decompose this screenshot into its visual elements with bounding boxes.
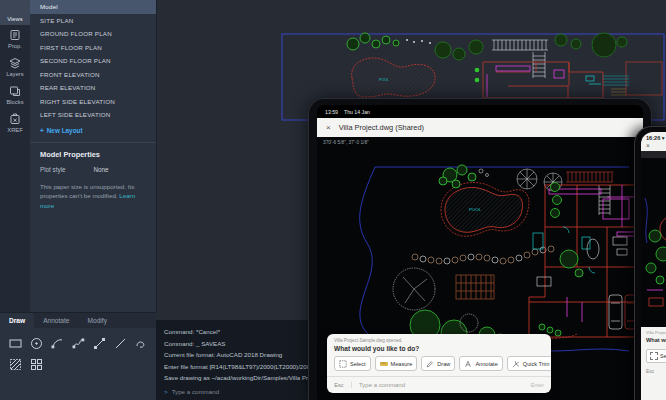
tab-draw[interactable]: Draw xyxy=(0,313,34,328)
select-icon xyxy=(339,360,347,368)
close-icon[interactable]: × xyxy=(326,123,331,132)
layout-label: GROUND FLOOR PLAN xyxy=(40,30,112,37)
panel-question: What would you like to do? xyxy=(327,343,551,356)
layers-icon xyxy=(9,57,21,69)
tablet-screen: 13:59 Thu 14 Jan × Villa Project.dwg (Sh… xyxy=(317,105,643,400)
layout-item-model[interactable]: Model xyxy=(30,0,156,14)
enter-button[interactable]: Enter xyxy=(531,382,551,388)
layout-label: SECOND FLOOR PLAN xyxy=(40,57,111,64)
layout-item-rear-elevation[interactable]: REAR ELEVATION xyxy=(30,81,156,95)
layout-item-first-floor[interactable]: FIRST FLOOR PLAN xyxy=(30,41,156,55)
esc-button[interactable]: Esc xyxy=(646,368,666,374)
pool-label-desktop: POOL xyxy=(379,78,389,82)
tool-tabs: Draw Annotate Modify xyxy=(0,313,156,328)
layout-label: LEFT SIDE ELEVATION xyxy=(40,111,111,118)
layout-item-ground-floor[interactable]: GROUND FLOOR PLAN xyxy=(30,27,156,41)
layout-label: FIRST FLOOR PLAN xyxy=(40,44,102,51)
rail-item-properties[interactable]: Prop. xyxy=(0,25,30,53)
layout-item-front-elevation[interactable]: FRONT ELEVATION xyxy=(30,68,156,82)
phone-screen: 16:26 ▾ × xyxy=(641,132,666,400)
blocks-grid-tool-icon[interactable] xyxy=(28,356,44,372)
plot-style-value[interactable]: None xyxy=(94,166,109,173)
pool-label: POOL xyxy=(469,207,482,212)
rail-item-label: Prop. xyxy=(8,43,22,49)
rail-item-blocks[interactable]: Blocks xyxy=(0,81,30,109)
phone-drawing-canvas[interactable] xyxy=(641,158,666,327)
autocad-web-app: POOL xyxy=(0,0,666,400)
rail-item-views[interactable]: Views xyxy=(0,0,30,25)
button-label: Select xyxy=(660,353,666,359)
layout-item-second-floor[interactable]: SECOND FLOOR PLAN xyxy=(30,54,156,68)
tablet-status-bar: 13:59 Thu 14 Jan xyxy=(317,105,643,118)
quick-action-buttons: Select Measure Draw Annotate xyxy=(327,356,551,376)
paper-size-warning: This paper size is unsupported. Its prop… xyxy=(40,182,142,211)
select-button[interactable]: Select xyxy=(334,356,371,371)
close-icon[interactable]: × xyxy=(646,142,650,149)
draw-button[interactable]: Draw xyxy=(421,356,455,371)
model-properties-title: Model Properties xyxy=(40,150,146,159)
phone-time: 16:26 ▾ xyxy=(646,135,665,141)
tablet-command-input[interactable]: Type a command xyxy=(352,382,531,388)
model-properties-section: Model Properties Plot style None This pa… xyxy=(30,143,156,211)
button-label: Measure xyxy=(391,361,413,367)
polyline-tool-icon[interactable] xyxy=(70,335,86,351)
command-input[interactable]: > Type a command xyxy=(164,388,219,395)
blocks-icon xyxy=(9,85,21,97)
xref-icon xyxy=(9,113,21,125)
hatch-tool-icon[interactable] xyxy=(7,356,23,372)
rail-item-label: XREF xyxy=(7,127,22,133)
prompt-caret-icon: > xyxy=(164,388,168,395)
phone-site-plan-drawing xyxy=(641,158,666,327)
tablet-document-title: Villa Project.dwg (Shared) xyxy=(339,123,424,132)
quick-trim-icon xyxy=(512,360,520,368)
line-endpoints-tool-icon[interactable] xyxy=(91,335,107,351)
panel-question: What would you like to do? xyxy=(646,337,666,343)
quick-trim-button[interactable]: Quick Trim xyxy=(507,356,551,371)
phone-command-panel: Villa Project Sample.dwg opened. What wo… xyxy=(641,327,666,400)
new-layout-button[interactable]: + New Layout xyxy=(40,127,156,134)
phone-device: 16:26 ▾ × xyxy=(634,126,666,400)
annotate-button[interactable]: Annotate xyxy=(459,356,502,371)
revision-cloud-tool-icon[interactable] xyxy=(133,335,149,351)
layout-item-right-side-elevation[interactable]: RIGHT SIDE ELEVATION xyxy=(30,95,156,109)
plot-style-label: Plot style xyxy=(40,166,66,173)
rail-item-label: Blocks xyxy=(6,99,23,105)
layout-item-left-side-elevation[interactable]: LEFT SIDE ELEVATION xyxy=(30,108,156,122)
phone-status-bar: 16:26 ▾ xyxy=(641,132,666,142)
tablet-title-bar: × Villa Project.dwg (Shared) xyxy=(317,118,643,137)
rail-item-label: Views xyxy=(7,16,22,22)
button-label: Quick Trim xyxy=(523,361,550,367)
layout-label: Model xyxy=(40,3,58,10)
file-opened-message: Villa Project Sample.dwg opened. xyxy=(646,330,666,335)
rail-item-layers[interactable]: Layers xyxy=(0,53,30,81)
rail-item-label: Layers xyxy=(6,71,23,77)
tab-label: Draw xyxy=(9,317,25,324)
new-layout-label: New Layout xyxy=(47,127,83,134)
measure-button[interactable]: Measure xyxy=(375,356,418,371)
layout-label: SITE PLAN xyxy=(40,17,73,24)
measure-icon xyxy=(380,360,388,368)
layouts-panel: Model SITE PLAN GROUND FLOOR PLAN FIRST … xyxy=(30,0,157,312)
rectangle-tool-icon[interactable] xyxy=(7,335,23,351)
properties-icon xyxy=(9,29,21,41)
layout-item-site-plan[interactable]: SITE PLAN xyxy=(30,14,156,28)
esc-button[interactable]: Esc xyxy=(327,382,352,388)
circle-tool-icon[interactable] xyxy=(28,335,44,351)
tablet-drawing-canvas[interactable]: 370'-6 5/8", 37'-0 1/8" xyxy=(317,137,643,400)
select-icon xyxy=(650,352,658,360)
tablet-device: 13:59 Thu 14 Jan × Villa Project.dwg (Sh… xyxy=(308,98,652,400)
tablet-date: Thu 14 Jan xyxy=(344,109,370,115)
arc-tool-icon[interactable] xyxy=(49,335,65,351)
tab-modify[interactable]: Modify xyxy=(79,313,116,328)
draw-icon xyxy=(426,360,434,368)
select-button[interactable]: Select xyxy=(646,349,666,363)
draw-tools-panel: Draw Annotate Modify xyxy=(0,312,156,400)
button-label: Select xyxy=(350,361,366,367)
annotate-icon xyxy=(464,360,472,368)
layout-label: FRONT ELEVATION xyxy=(40,71,100,78)
button-label: Draw xyxy=(437,361,450,367)
tab-annotate[interactable]: Annotate xyxy=(34,313,78,328)
plus-icon: + xyxy=(40,127,44,134)
rail-item-xref[interactable]: XREF xyxy=(0,109,30,137)
line-tool-icon[interactable] xyxy=(112,335,128,351)
